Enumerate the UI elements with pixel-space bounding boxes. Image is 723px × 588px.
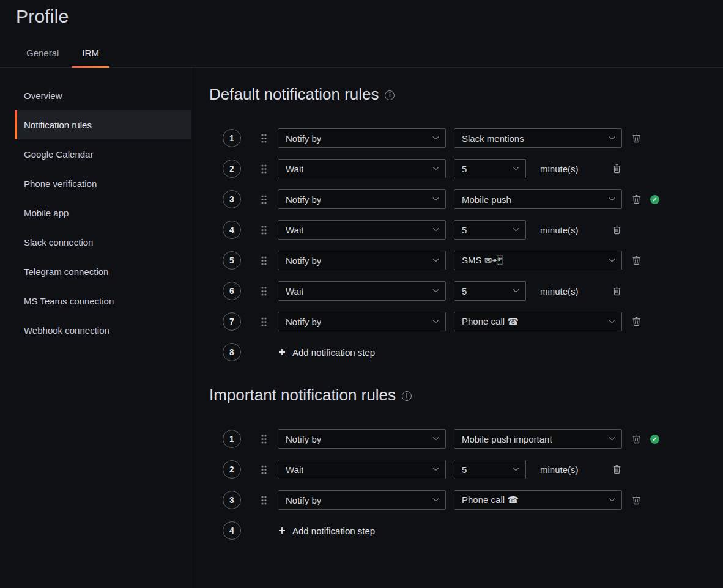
add-step-row: 4 Add notification step: [209, 521, 723, 540]
info-icon[interactable]: [402, 391, 412, 401]
wait-duration-select[interactable]: 5: [454, 220, 526, 240]
chevron-down-icon: [513, 164, 519, 170]
add-step-row: 8 Add notification step: [209, 342, 723, 362]
delete-step-icon[interactable]: [632, 194, 641, 204]
section-title-text: Important notification rules: [209, 385, 396, 405]
wait-duration-select[interactable]: 5: [454, 281, 526, 301]
page-header: Profile: [0, 0, 723, 27]
drag-handle-icon[interactable]: [261, 317, 269, 327]
drag-handle-icon[interactable]: [261, 495, 269, 505]
sidebar-item-mobile-app[interactable]: Mobile app: [15, 198, 191, 227]
step-value-select[interactable]: SMS ✉📲: [454, 251, 622, 270]
add-notification-step-button[interactable]: Add notification step: [278, 526, 375, 536]
sidebar-item-overview[interactable]: Overview: [15, 81, 191, 110]
drag-handle-icon[interactable]: [261, 465, 269, 475]
drag-handle-icon[interactable]: [261, 255, 269, 266]
delete-step-icon[interactable]: [632, 255, 641, 265]
tab-bar: General IRM: [0, 40, 723, 68]
step-action-select[interactable]: Wait: [278, 281, 446, 301]
plus-icon: [278, 527, 286, 534]
section-title-important: Important notification rules: [209, 385, 723, 405]
drag-handle-icon[interactable]: [261, 133, 269, 144]
delete-step-icon[interactable]: [612, 286, 621, 296]
select-value: Wait: [286, 164, 303, 174]
duration-unit-label: minute(s): [540, 286, 588, 296]
sidebar-item-phone-verification[interactable]: Phone verification: [15, 169, 191, 198]
step-value-select[interactable]: Phone call ☎: [454, 490, 622, 510]
delete-step-icon[interactable]: [612, 225, 621, 235]
main-layout: Overview Notification rules Google Calen…: [0, 68, 723, 588]
sidebar-item-slack-connection[interactable]: Slack connection: [15, 227, 191, 257]
chevron-down-icon: [433, 286, 439, 292]
info-icon[interactable]: [385, 90, 395, 100]
chevron-down-icon: [433, 317, 439, 323]
tab-general[interactable]: General: [17, 40, 69, 67]
select-value: 5: [462, 225, 467, 235]
tab-irm[interactable]: IRM: [72, 40, 109, 67]
notification-step-row: 1 Notify by Slack mentions: [209, 128, 723, 148]
select-value: Notify by: [286, 255, 321, 266]
delete-step-icon[interactable]: [632, 317, 641, 326]
sidebar-item-google-calendar[interactable]: Google Calendar: [15, 139, 191, 169]
notification-step-row: 3 Notify by Phone call ☎: [209, 490, 723, 510]
sidebar-item-webhook-connection[interactable]: Webhook connection: [15, 315, 191, 345]
delete-step-icon[interactable]: [632, 434, 641, 444]
select-value: Notify by: [286, 133, 321, 144]
chevron-down-icon: [433, 194, 439, 200]
step-value-select[interactable]: Mobile push important: [454, 429, 622, 449]
select-value: Notify by: [286, 495, 321, 505]
select-value: Notify by: [286, 194, 321, 205]
step-number-badge: 3: [223, 491, 241, 509]
step-action-select[interactable]: Notify by: [278, 251, 446, 270]
notification-step-row: 2 Wait 5 minute(s): [209, 460, 723, 479]
select-value: 5: [462, 164, 467, 174]
add-step-label: Add notification step: [292, 347, 375, 358]
step-action-select[interactable]: Wait: [278, 460, 446, 479]
step-action-select[interactable]: Wait: [278, 159, 446, 178]
step-number-badge: 1: [223, 129, 241, 147]
settings-sidebar: Overview Notification rules Google Calen…: [0, 68, 191, 588]
step-number-badge: 8: [223, 343, 241, 361]
step-action-select[interactable]: Notify by: [278, 189, 446, 209]
step-value-select[interactable]: Slack mentions: [454, 128, 622, 148]
step-action-select[interactable]: Notify by: [278, 312, 446, 331]
duration-unit-label: minute(s): [540, 164, 588, 174]
drag-handle-icon[interactable]: [261, 286, 269, 296]
step-action-select[interactable]: Notify by: [278, 128, 446, 148]
drag-handle-icon[interactable]: [261, 164, 269, 174]
chevron-down-icon: [433, 255, 439, 262]
add-step-label: Add notification step: [292, 526, 375, 536]
duration-unit-label: minute(s): [540, 225, 588, 235]
chevron-down-icon: [433, 434, 439, 440]
add-notification-step-button[interactable]: Add notification step: [278, 347, 375, 358]
sidebar-item-notification-rules[interactable]: Notification rules: [15, 110, 191, 139]
chevron-down-icon: [433, 225, 439, 231]
sidebar-item-telegram-connection[interactable]: Telegram connection: [15, 257, 191, 286]
duration-unit-label: minute(s): [540, 465, 588, 475]
select-value: 5: [462, 286, 467, 296]
chevron-down-icon: [513, 286, 519, 292]
step-value-select[interactable]: Mobile push: [454, 189, 622, 209]
drag-handle-icon[interactable]: [261, 434, 269, 444]
chevron-down-icon: [609, 194, 615, 200]
wait-duration-select[interactable]: 5: [454, 159, 526, 178]
step-number-badge: 7: [223, 312, 241, 331]
content-area: Default notification rules 1 Notify by S…: [191, 68, 723, 588]
step-number-badge: 6: [223, 282, 241, 300]
step-action-select[interactable]: Notify by: [278, 490, 446, 510]
drag-handle-icon[interactable]: [261, 225, 269, 235]
drag-handle-icon[interactable]: [261, 194, 269, 205]
step-number-badge: 3: [223, 190, 241, 208]
select-value: Wait: [286, 465, 303, 475]
delete-step-icon[interactable]: [632, 133, 641, 143]
step-action-select[interactable]: Notify by: [278, 429, 446, 449]
step-action-select[interactable]: Wait: [278, 220, 446, 240]
delete-step-icon[interactable]: [612, 465, 621, 474]
delete-step-icon[interactable]: [632, 495, 641, 505]
delete-step-icon[interactable]: [612, 164, 621, 174]
wait-duration-select[interactable]: 5: [454, 460, 526, 479]
step-number-badge: 2: [223, 160, 241, 178]
notification-step-row: 6 Wait 5 minute(s): [209, 281, 723, 301]
step-value-select[interactable]: Phone call ☎: [454, 312, 622, 331]
sidebar-item-ms-teams-connection[interactable]: MS Teams connection: [15, 286, 191, 315]
